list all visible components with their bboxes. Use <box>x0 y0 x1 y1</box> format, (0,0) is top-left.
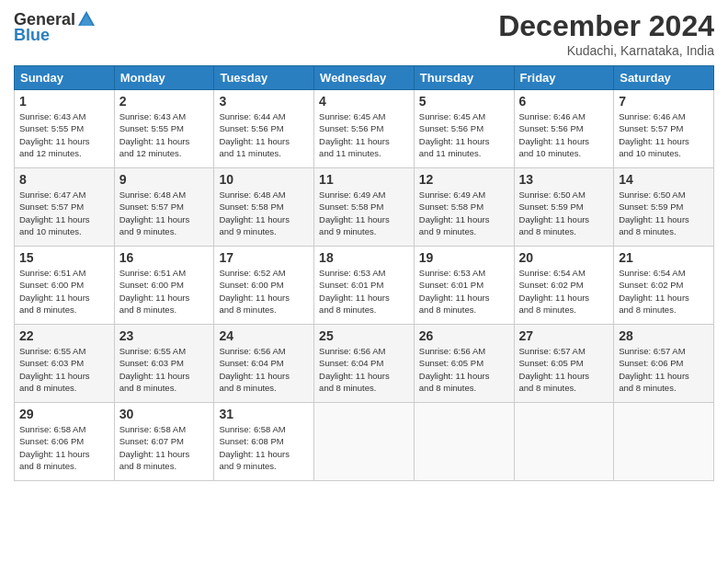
calendar-day-cell: 15Sunrise: 6:51 AM Sunset: 6:00 PM Dayli… <box>15 247 115 325</box>
calendar-week-row: 1Sunrise: 6:43 AM Sunset: 5:55 PM Daylig… <box>15 90 714 168</box>
main-container: General Blue December 2024 Kudachi, Karn… <box>0 0 728 563</box>
calendar-day-cell: 13Sunrise: 6:50 AM Sunset: 5:59 PM Dayli… <box>514 168 614 247</box>
day-number: 13 <box>519 172 609 187</box>
calendar-day-cell: 27Sunrise: 6:57 AM Sunset: 6:05 PM Dayli… <box>514 325 614 403</box>
day-number: 25 <box>319 328 409 343</box>
day-number: 21 <box>619 250 709 265</box>
calendar-day-cell: 11Sunrise: 6:49 AM Sunset: 5:58 PM Dayli… <box>314 168 415 247</box>
day-number: 28 <box>619 328 709 343</box>
day-info: Sunrise: 6:49 AM Sunset: 5:58 PM Dayligh… <box>419 189 509 237</box>
calendar-day-cell: 4Sunrise: 6:45 AM Sunset: 5:56 PM Daylig… <box>314 90 415 168</box>
day-info: Sunrise: 6:43 AM Sunset: 5:55 PM Dayligh… <box>119 110 210 159</box>
calendar-day-cell <box>514 403 614 481</box>
logo-blue: Blue <box>14 26 50 45</box>
day-number: 30 <box>119 407 210 421</box>
calendar-day-cell: 21Sunrise: 6:54 AM Sunset: 6:02 PM Dayli… <box>614 247 714 325</box>
day-number: 6 <box>519 94 609 109</box>
calendar-day-header: Monday <box>114 66 214 90</box>
calendar-day-cell: 18Sunrise: 6:53 AM Sunset: 6:01 PM Dayli… <box>314 247 415 325</box>
day-number: 27 <box>519 328 609 343</box>
logo-icon <box>76 9 97 29</box>
day-info: Sunrise: 6:55 AM Sunset: 6:03 PM Dayligh… <box>119 345 210 394</box>
day-info: Sunrise: 6:55 AM Sunset: 6:03 PM Dayligh… <box>19 345 109 394</box>
location: Kudachi, Karnataka, India <box>498 43 714 58</box>
calendar-day-cell <box>614 403 714 481</box>
calendar-day-cell: 19Sunrise: 6:53 AM Sunset: 6:01 PM Dayli… <box>414 247 514 325</box>
calendar-day-cell: 9Sunrise: 6:48 AM Sunset: 5:57 PM Daylig… <box>114 168 214 247</box>
header: General Blue December 2024 Kudachi, Karn… <box>14 9 714 58</box>
day-info: Sunrise: 6:54 AM Sunset: 6:02 PM Dayligh… <box>619 267 709 316</box>
calendar-day-cell: 5Sunrise: 6:45 AM Sunset: 5:56 PM Daylig… <box>414 90 514 168</box>
day-number: 12 <box>419 172 509 187</box>
calendar-week-row: 29Sunrise: 6:58 AM Sunset: 6:06 PM Dayli… <box>15 403 714 481</box>
calendar-day-cell <box>314 403 415 481</box>
calendar-day-cell: 25Sunrise: 6:56 AM Sunset: 6:04 PM Dayli… <box>314 325 415 403</box>
day-info: Sunrise: 6:46 AM Sunset: 5:56 PM Dayligh… <box>519 110 609 159</box>
day-number: 14 <box>619 172 709 187</box>
calendar-week-row: 8Sunrise: 6:47 AM Sunset: 5:57 PM Daylig… <box>15 168 714 247</box>
calendar-day-cell: 2Sunrise: 6:43 AM Sunset: 5:55 PM Daylig… <box>114 90 214 168</box>
calendar-day-header: Thursday <box>414 66 514 90</box>
calendar-day-cell: 6Sunrise: 6:46 AM Sunset: 5:56 PM Daylig… <box>514 90 614 168</box>
day-number: 22 <box>19 328 109 343</box>
calendar-day-cell: 24Sunrise: 6:56 AM Sunset: 6:04 PM Dayli… <box>214 325 314 403</box>
day-info: Sunrise: 6:47 AM Sunset: 5:57 PM Dayligh… <box>19 189 109 237</box>
day-number: 1 <box>19 94 109 109</box>
day-number: 4 <box>319 94 409 109</box>
day-info: Sunrise: 6:54 AM Sunset: 6:02 PM Dayligh… <box>519 267 609 316</box>
day-info: Sunrise: 6:58 AM Sunset: 6:07 PM Dayligh… <box>119 423 210 472</box>
calendar-day-cell: 8Sunrise: 6:47 AM Sunset: 5:57 PM Daylig… <box>15 168 115 247</box>
day-info: Sunrise: 6:45 AM Sunset: 5:56 PM Dayligh… <box>319 110 409 159</box>
day-number: 19 <box>419 250 509 265</box>
calendar-table: SundayMondayTuesdayWednesdayThursdayFrid… <box>14 65 714 481</box>
day-number: 10 <box>219 172 309 187</box>
day-number: 7 <box>619 94 709 109</box>
day-number: 16 <box>119 250 210 265</box>
calendar-day-cell: 17Sunrise: 6:52 AM Sunset: 6:00 PM Dayli… <box>214 247 314 325</box>
calendar-day-header: Saturday <box>614 66 714 90</box>
day-info: Sunrise: 6:50 AM Sunset: 5:59 PM Dayligh… <box>519 189 609 237</box>
calendar-week-row: 15Sunrise: 6:51 AM Sunset: 6:00 PM Dayli… <box>15 247 714 325</box>
calendar-day-cell: 3Sunrise: 6:44 AM Sunset: 5:56 PM Daylig… <box>214 90 314 168</box>
calendar-header-row: SundayMondayTuesdayWednesdayThursdayFrid… <box>15 66 714 90</box>
day-number: 18 <box>319 250 409 265</box>
day-number: 24 <box>219 328 309 343</box>
calendar-day-header: Wednesday <box>314 66 415 90</box>
calendar-day-cell: 16Sunrise: 6:51 AM Sunset: 6:00 PM Dayli… <box>114 247 214 325</box>
day-number: 11 <box>319 172 409 187</box>
calendar-day-cell: 29Sunrise: 6:58 AM Sunset: 6:06 PM Dayli… <box>15 403 115 481</box>
calendar-day-header: Friday <box>514 66 614 90</box>
day-info: Sunrise: 6:56 AM Sunset: 6:05 PM Dayligh… <box>419 345 509 394</box>
day-info: Sunrise: 6:44 AM Sunset: 5:56 PM Dayligh… <box>219 110 309 159</box>
day-info: Sunrise: 6:50 AM Sunset: 5:59 PM Dayligh… <box>619 189 709 237</box>
day-number: 5 <box>419 94 509 109</box>
calendar-day-cell <box>414 403 514 481</box>
day-number: 15 <box>19 250 109 265</box>
day-number: 9 <box>119 172 210 187</box>
calendar-day-cell: 30Sunrise: 6:58 AM Sunset: 6:07 PM Dayli… <box>114 403 214 481</box>
day-info: Sunrise: 6:58 AM Sunset: 6:08 PM Dayligh… <box>219 423 309 472</box>
day-info: Sunrise: 6:45 AM Sunset: 5:56 PM Dayligh… <box>419 110 509 159</box>
calendar-day-cell: 28Sunrise: 6:57 AM Sunset: 6:06 PM Dayli… <box>614 325 714 403</box>
calendar-day-cell: 14Sunrise: 6:50 AM Sunset: 5:59 PM Dayli… <box>614 168 714 247</box>
day-number: 29 <box>19 407 109 421</box>
calendar-week-row: 22Sunrise: 6:55 AM Sunset: 6:03 PM Dayli… <box>15 325 714 403</box>
day-number: 17 <box>219 250 309 265</box>
calendar-day-cell: 22Sunrise: 6:55 AM Sunset: 6:03 PM Dayli… <box>15 325 115 403</box>
day-number: 26 <box>419 328 509 343</box>
calendar-day-cell: 1Sunrise: 6:43 AM Sunset: 5:55 PM Daylig… <box>15 90 115 168</box>
title-section: December 2024 Kudachi, Karnataka, India <box>498 9 714 58</box>
day-number: 20 <box>519 250 609 265</box>
day-info: Sunrise: 6:53 AM Sunset: 6:01 PM Dayligh… <box>319 267 409 316</box>
day-info: Sunrise: 6:53 AM Sunset: 6:01 PM Dayligh… <box>419 267 509 316</box>
day-info: Sunrise: 6:48 AM Sunset: 5:58 PM Dayligh… <box>219 189 309 237</box>
day-number: 2 <box>119 94 210 109</box>
day-info: Sunrise: 6:52 AM Sunset: 6:00 PM Dayligh… <box>219 267 309 316</box>
calendar-day-cell: 12Sunrise: 6:49 AM Sunset: 5:58 PM Dayli… <box>414 168 514 247</box>
calendar-day-cell: 26Sunrise: 6:56 AM Sunset: 6:05 PM Dayli… <box>414 325 514 403</box>
calendar-day-cell: 10Sunrise: 6:48 AM Sunset: 5:58 PM Dayli… <box>214 168 314 247</box>
day-info: Sunrise: 6:51 AM Sunset: 6:00 PM Dayligh… <box>119 267 210 316</box>
calendar-day-cell: 31Sunrise: 6:58 AM Sunset: 6:08 PM Dayli… <box>214 403 314 481</box>
day-info: Sunrise: 6:57 AM Sunset: 6:05 PM Dayligh… <box>519 345 609 394</box>
calendar-day-header: Sunday <box>15 66 115 90</box>
